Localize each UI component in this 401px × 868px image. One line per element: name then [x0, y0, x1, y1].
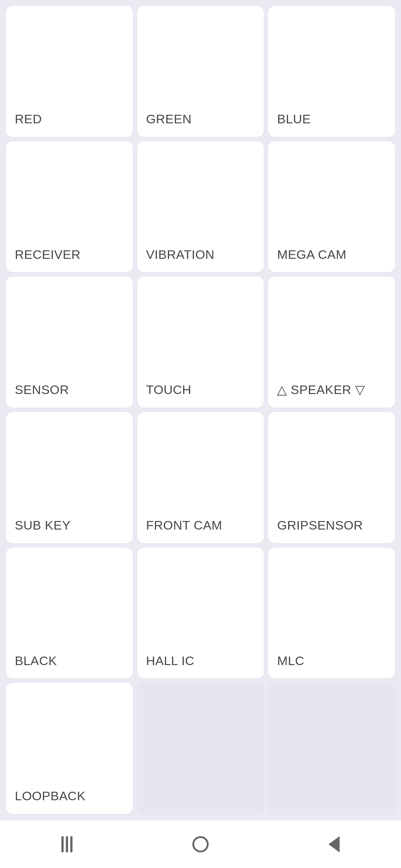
- grid-item-sensor[interactable]: SENSOR: [6, 277, 133, 408]
- grid-item-loopback[interactable]: LOOPBACK: [6, 683, 133, 814]
- grid-item-gripsensor[interactable]: GRIPSENSOR: [268, 412, 395, 543]
- grid-item-label-speaker: △ SPEAKER ▽: [277, 382, 365, 397]
- grid-item-green[interactable]: GREEN: [137, 6, 264, 137]
- grid-item-mlc[interactable]: MLC: [268, 548, 395, 679]
- grid-item-label-gripsensor: GRIPSENSOR: [277, 518, 363, 533]
- grid-item-touch[interactable]: TOUCH: [137, 277, 264, 408]
- grid-item-label-mlc: MLC: [277, 653, 304, 668]
- back-button[interactable]: [312, 833, 356, 855]
- grid-item-empty2: [268, 683, 395, 814]
- home-icon: [192, 836, 209, 852]
- grid-item-label-sensor: SENSOR: [15, 382, 69, 397]
- grid-item-hall-ic[interactable]: HALL IC: [137, 548, 264, 679]
- grid-item-label-blue: BLUE: [277, 111, 311, 127]
- grid-item-label-hall-ic: HALL IC: [146, 653, 195, 668]
- test-menu-grid: REDGREENBLUERECEIVERVIBRATIONMEGA CAMSEN…: [0, 0, 401, 820]
- grid-item-blue[interactable]: BLUE: [268, 6, 395, 137]
- grid-item-label-green: GREEN: [146, 111, 192, 127]
- home-button[interactable]: [178, 833, 223, 855]
- grid-item-label-touch: TOUCH: [146, 382, 192, 397]
- grid-item-front-cam[interactable]: FRONT CAM: [137, 412, 264, 543]
- back-icon: [328, 836, 340, 852]
- grid-item-vibration[interactable]: VIBRATION: [137, 141, 264, 273]
- grid-item-label-black: BLACK: [15, 653, 57, 668]
- grid-item-label-receiver: RECEIVER: [15, 247, 81, 262]
- navigation-bar: [0, 820, 401, 868]
- grid-item-receiver[interactable]: RECEIVER: [6, 141, 133, 273]
- grid-item-label-red: RED: [15, 111, 42, 127]
- grid-item-black[interactable]: BLACK: [6, 548, 133, 679]
- grid-item-empty1: [137, 683, 264, 814]
- grid-item-label-vibration: VIBRATION: [146, 247, 215, 262]
- grid-item-label-front-cam: FRONT CAM: [146, 518, 222, 533]
- grid-item-sub-key[interactable]: SUB KEY: [6, 412, 133, 543]
- grid-item-red[interactable]: RED: [6, 6, 133, 137]
- grid-item-label-mega-cam: MEGA CAM: [277, 247, 346, 262]
- recent-icon: [61, 836, 73, 852]
- grid-item-speaker[interactable]: △ SPEAKER ▽: [268, 277, 395, 408]
- grid-item-mega-cam[interactable]: MEGA CAM: [268, 141, 395, 273]
- grid-item-label-loopback: LOOPBACK: [15, 788, 85, 804]
- recent-button[interactable]: [45, 833, 89, 855]
- grid-item-label-sub-key: SUB KEY: [15, 518, 71, 533]
